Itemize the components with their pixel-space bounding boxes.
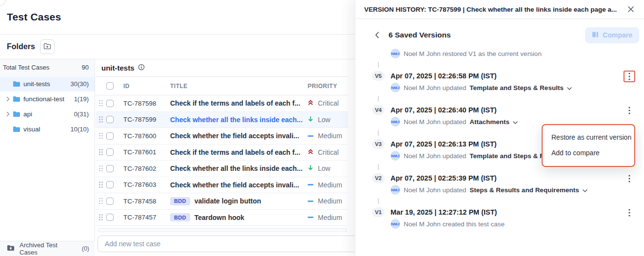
row-checkbox[interactable]	[106, 181, 114, 188]
version-detail: NMJ Noel M John updated Steps & Results …	[390, 184, 624, 195]
table-row[interactable]: TC-787598 Check if the terms and labels …	[96, 95, 348, 112]
table-row[interactable]: TC-787603 Check whether the field accept…	[96, 177, 348, 194]
testcase-title[interactable]: Check whether the field accepts invali..…	[170, 132, 308, 140]
timeline-tick	[378, 62, 379, 68]
kebab-menu-icon[interactable]	[624, 105, 635, 116]
testcase-title[interactable]: BDD validate login button	[170, 197, 308, 205]
table-row[interactable]: TC-787602 Check whether all the links in…	[96, 161, 348, 177]
folders-sidebar: Total Test Cases 90 unit-tests 30(30) fu…	[0, 59, 95, 256]
table-row[interactable]: TC-787457 BDD Teardown hook Medium	[96, 210, 348, 226]
drag-handle-icon[interactable]	[99, 214, 104, 220]
priority-label: Low	[318, 116, 331, 124]
testcase-title[interactable]: Check if the terms and labels of each f.…	[170, 148, 308, 156]
table-row[interactable]: TC-787601 Check if the terms and labels …	[96, 145, 348, 161]
drag-handle-icon[interactable]	[99, 100, 104, 107]
add-test-case-input[interactable]	[98, 236, 361, 252]
select-all-checkbox[interactable]	[106, 82, 114, 90]
chevron-right-icon[interactable]	[3, 111, 13, 117]
folder-icon	[13, 126, 23, 132]
row-checkbox[interactable]	[106, 214, 114, 221]
folder-name: visual	[23, 126, 70, 133]
chevron-down-icon[interactable]	[513, 117, 518, 126]
drag-handle-icon[interactable]	[99, 198, 104, 204]
kebab-menu-icon[interactable]	[624, 207, 635, 219]
version-history-title: VERSION HISTORY: TC-787599 | Check wheth…	[364, 6, 625, 13]
version-entry-v5: V5 Apr 07, 2025 | 02:26:58 PM (IST) NMJ …	[364, 71, 635, 93]
chevron-down-icon[interactable]	[567, 83, 572, 92]
version-badge: V1	[372, 207, 385, 217]
timeline-tick	[378, 198, 379, 204]
priority-critical-icon	[308, 148, 313, 156]
version-timeline: NMJ Noel M John restored V1 as the curre…	[355, 43, 644, 229]
sidebar-folder-visual[interactable]: visual 10(10)	[0, 122, 95, 137]
add-folder-button[interactable]	[40, 39, 55, 54]
saved-versions-label: 6 Saved Versions	[389, 31, 585, 39]
drag-handle-icon[interactable]	[99, 182, 104, 188]
testcase-id: TC-787602	[123, 165, 170, 172]
sidebar-folder-functional-test[interactable]: functional-test 1(19)	[0, 91, 95, 107]
kebab-menu-icon[interactable]	[624, 71, 635, 82]
row-checkbox[interactable]	[106, 165, 114, 172]
compare-button[interactable]: Compare	[585, 27, 639, 43]
timeline-tick	[378, 130, 379, 136]
priority-label: Medium	[318, 214, 342, 221]
priority-low-icon	[308, 116, 313, 124]
row-checkbox[interactable]	[106, 100, 114, 107]
add-test-case-row	[98, 236, 361, 252]
drag-handle-icon[interactable]	[99, 149, 104, 155]
priority-low-icon	[308, 165, 313, 172]
table-header: ID TITLE PRIORITY	[96, 77, 348, 95]
archived-test-cases-row[interactable]: Archived Test Cases (0)	[0, 241, 95, 256]
sidebar-folder-unit-tests[interactable]: unit-tests 30(30)	[0, 76, 95, 91]
table-row[interactable]: TC-787599 Check whether all the links in…	[96, 112, 348, 128]
close-icon[interactable]	[625, 4, 636, 15]
version-badge: V4	[372, 105, 385, 115]
sidebar-folder-api[interactable]: api 0(31)	[0, 107, 95, 122]
row-checkbox[interactable]	[106, 198, 114, 205]
testcase-title[interactable]: Check if the terms and labels of each f.…	[170, 99, 308, 107]
version-timestamp: Apr 07, 2025 | 02:25:39 PM (IST)	[390, 173, 624, 183]
version-history-panel: VERSION HISTORY: TC-787599 | Check wheth…	[355, 0, 644, 256]
total-test-cases-label: Total Test Cases	[3, 64, 49, 71]
row-checkbox[interactable]	[106, 116, 114, 123]
kebab-menu-icon[interactable]	[624, 173, 635, 184]
chevron-right-icon[interactable]	[3, 96, 13, 102]
version-timestamp: Apr 07, 2025 | 02:26:40 PM (IST)	[390, 105, 624, 115]
testcase-title[interactable]: Check whether the field accepts invali..…	[170, 181, 308, 189]
priority-label: Low	[318, 165, 331, 172]
avatar: NMJ	[390, 219, 400, 229]
drag-handle-icon[interactable]	[99, 165, 104, 172]
avatar: NMJ	[390, 49, 400, 58]
test-case-list: unit-tests ID TITLE PRIORITY TC-787598 C…	[96, 59, 355, 256]
back-chevron-icon[interactable]	[371, 29, 383, 41]
page-title: Test Cases	[7, 11, 61, 23]
version-badge: V5	[372, 71, 385, 81]
row-checkbox[interactable]	[106, 148, 114, 156]
total-test-cases-count: 90	[82, 64, 89, 71]
menu-item-add-to-compare[interactable]: Add to compare	[543, 145, 634, 161]
priority-medium-icon	[308, 135, 313, 137]
horizontal-scrollbar[interactable]	[98, 228, 347, 232]
column-header-id: ID	[123, 83, 170, 90]
menu-item-restore[interactable]: Restore as current version	[543, 129, 634, 145]
folder-name: api	[23, 110, 74, 118]
drag-handle-icon[interactable]	[99, 116, 104, 123]
testcase-title[interactable]: Check whether all the links inside each.…	[170, 116, 308, 124]
folder-icon	[13, 96, 23, 102]
info-icon[interactable]	[138, 64, 145, 73]
testcase-title[interactable]: BDD Teardown hook	[170, 213, 308, 221]
chevron-down-icon[interactable]	[583, 185, 587, 194]
drag-handle-icon[interactable]	[99, 133, 104, 139]
total-test-cases-row[interactable]: Total Test Cases 90	[0, 59, 95, 75]
testcase-title[interactable]: Check whether all the links inside each.…	[170, 165, 308, 172]
priority-cell: Medium	[308, 197, 342, 205]
table-row[interactable]: TC-787458 BDD validate login button Medi…	[96, 193, 348, 210]
priority-label: Critical	[318, 99, 339, 107]
row-checkbox[interactable]	[106, 132, 114, 140]
priority-medium-icon	[308, 217, 313, 218]
priority-label: Critical	[318, 148, 339, 156]
table-row[interactable]: TC-787600 Check whether the field accept…	[96, 128, 348, 145]
version-timestamp: Mar 19, 2025 | 12:27:12 PM (IST)	[390, 207, 624, 218]
version-entry-v2: V2 Apr 07, 2025 | 02:25:39 PM (IST) NMJ …	[364, 173, 635, 195]
testcase-id: TC-787599	[123, 116, 170, 123]
